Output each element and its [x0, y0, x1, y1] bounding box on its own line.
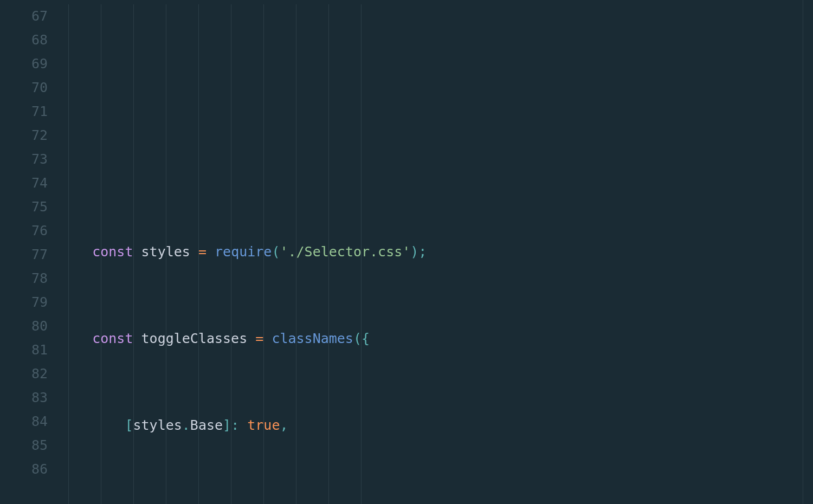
line-number: 78	[0, 267, 48, 290]
code-editor[interactable]: 67 68 69 70 71 72 73 74 75 76 77 78 79 8…	[0, 0, 813, 504]
code-line[interactable]: const styles = require('./Selector.css')…	[60, 240, 813, 264]
code-line[interactable]: [styles.Base]: true,	[60, 413, 813, 437]
line-number: 84	[0, 410, 48, 434]
line-number: 77	[0, 243, 48, 267]
line-number: 85	[0, 434, 48, 457]
line-number-gutter: 67 68 69 70 71 72 73 74 75 76 77 78 79 8…	[0, 4, 60, 504]
line-number: 81	[0, 338, 48, 362]
line-number: 67	[0, 4, 48, 28]
line-number: 80	[0, 314, 48, 338]
line-number: 71	[0, 100, 48, 124]
code-line[interactable]: [styles['Base--isOpen']]: isOpen,	[60, 500, 813, 504]
line-number: 79	[0, 290, 48, 314]
line-number: 75	[0, 195, 48, 219]
line-number: 72	[0, 124, 48, 147]
code-area[interactable]: const styles = require('./Selector.css')…	[60, 4, 813, 504]
line-number: 83	[0, 386, 48, 410]
line-number: 74	[0, 171, 48, 195]
line-number: 68	[0, 28, 48, 52]
line-number: 73	[0, 147, 48, 171]
line-number: 86	[0, 457, 48, 481]
line-number: 70	[0, 76, 48, 100]
line-number: 76	[0, 219, 48, 243]
line-number: 82	[0, 362, 48, 386]
line-number: 69	[0, 52, 48, 76]
code-line[interactable]: const toggleClasses = classNames({	[60, 327, 813, 351]
